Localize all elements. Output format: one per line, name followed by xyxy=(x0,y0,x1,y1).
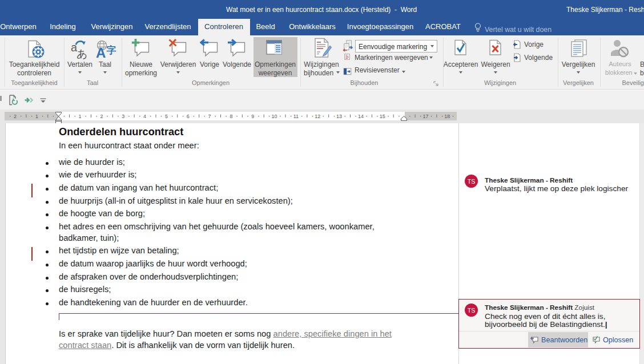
svg-text:3: 3 xyxy=(122,114,124,119)
svg-text:あ: あ xyxy=(77,48,87,59)
svg-text:2: 2 xyxy=(100,114,103,119)
svg-text:A: A xyxy=(96,45,106,59)
svg-text:1: 1 xyxy=(35,114,38,119)
svg-text:7: 7 xyxy=(208,114,211,119)
svg-text:8: 8 xyxy=(230,114,232,119)
svg-text:17: 17 xyxy=(422,114,428,119)
svg-text:13: 13 xyxy=(336,114,342,119)
svg-text:15: 15 xyxy=(380,114,385,119)
svg-text:14: 14 xyxy=(358,114,364,119)
svg-text:9: 9 xyxy=(251,114,254,119)
svg-text:5: 5 xyxy=(165,114,168,119)
svg-text:11: 11 xyxy=(293,114,299,119)
svg-text:1: 1 xyxy=(78,114,81,119)
svg-text:2: 2 xyxy=(14,114,17,119)
svg-text:12: 12 xyxy=(315,114,320,119)
svg-text:18: 18 xyxy=(444,114,450,119)
svg-text:字: 字 xyxy=(107,45,116,56)
svg-text:4: 4 xyxy=(143,114,146,119)
svg-text:10: 10 xyxy=(272,114,277,119)
svg-text:6: 6 xyxy=(187,114,190,119)
